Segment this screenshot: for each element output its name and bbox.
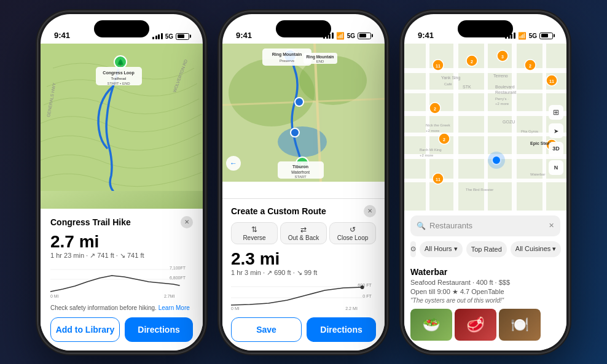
status-icons-3: 📶 5G <box>505 32 553 40</box>
svg-text:Banh Mi King: Banh Mi King <box>420 148 442 152</box>
learn-more-link[interactable]: Learn More <box>159 304 190 311</box>
signal-bars-1 <box>152 33 163 39</box>
hiking-bottom-sheet: Congress Trail Hike ✕ 2.7 mi 1 hr 23 min… <box>41 209 203 350</box>
close-loop-button[interactable]: ↺ Close Loop <box>329 222 376 244</box>
svg-text:11: 11 <box>549 79 554 83</box>
dynamic-island-3 <box>458 20 513 37</box>
safety-note-1: Check safety information before hiking. … <box>50 304 193 311</box>
svg-text:Ring Mountain: Ring Mountain <box>306 55 334 60</box>
elevation-chart-1: 7,100FT 6,800FT 0 MI 2.7MI <box>50 265 193 298</box>
svg-point-16 <box>229 59 315 126</box>
battery-icon-1 <box>176 33 189 40</box>
svg-text:START • END: START • END <box>107 82 130 85</box>
phone-hiking: 9:41 5G <box>38 12 205 353</box>
restaurant-photo-3: 🍽️ <box>499 309 541 341</box>
restaurant-type: Seafood Restaurant · 400 ft · $$$ Open t… <box>410 278 560 306</box>
svg-text:🌲: 🌲 <box>117 58 125 66</box>
svg-text:0 MI: 0 MI <box>50 294 59 298</box>
dynamic-island-2 <box>276 20 331 37</box>
svg-text:Restaurant: Restaurant <box>495 90 516 95</box>
directions-button-2[interactable]: Directions <box>307 317 376 342</box>
filter-chip-rating[interactable]: Top Rated <box>466 241 507 257</box>
signal-bar-3-4 <box>514 33 515 39</box>
custom-route-sheet: Create a Custom Route ✕ ⇅ Reverse ⇄ Out … <box>222 199 385 350</box>
svg-text:Yank Sing: Yank Sing <box>441 76 460 80</box>
svg-text:⊞: ⊞ <box>553 108 559 117</box>
add-to-library-button[interactable]: Add to Library <box>50 317 120 342</box>
route-options: ⇅ Reverse ⇄ Out & Back ↺ Close Loop <box>231 222 376 244</box>
svg-text:2: 2 <box>443 137 445 142</box>
svg-text:Tiburon: Tiburon <box>292 165 308 169</box>
battery-icon-2 <box>358 33 371 39</box>
search-placeholder: Restaurants <box>429 221 545 230</box>
restaurant-card[interactable]: Waterbar Seafood Restaurant · 400 ft · $… <box>410 262 560 346</box>
clear-search-icon[interactable]: ✕ <box>549 222 554 230</box>
close-button-1[interactable]: ✕ <box>181 216 193 228</box>
custom-route-map: ● Ring Mountain Preserve Ring Mountain E… <box>222 44 385 199</box>
signal-bar-3-3 <box>511 34 512 39</box>
save-button[interactable]: Save <box>231 317 302 342</box>
svg-rect-51 <box>453 44 458 211</box>
filter-chip-hours[interactable]: All Hours ▾ <box>420 241 463 257</box>
svg-text:11: 11 <box>436 64 441 68</box>
reverse-icon: ⇅ <box>251 225 257 234</box>
restaurant-name: Waterbar <box>410 267 560 277</box>
restaurant-map: 11 2 3 2 11 2 2 11 11 <box>404 44 566 211</box>
filter-row: ⊙ All Hours ▾ Top Rated All Cuisines ▾ <box>410 241 560 257</box>
svg-text:3D: 3D <box>552 145 560 152</box>
svg-text:2: 2 <box>434 107 436 111</box>
battery-fill-2 <box>359 34 367 37</box>
signal-bar-4 <box>161 33 163 39</box>
battery-fill-3 <box>541 34 549 37</box>
out-back-button[interactable]: ⇄ Out & Back <box>280 222 327 244</box>
svg-text:Trailhead: Trailhead <box>111 77 127 80</box>
out-back-icon: ⇄ <box>300 225 307 234</box>
svg-text:3: 3 <box>501 55 504 59</box>
svg-text:Congress Loop: Congress Loop <box>103 71 134 76</box>
svg-text:0 MI: 0 MI <box>231 306 240 311</box>
filter-chip-cuisine[interactable]: All Cuisines ▾ <box>511 241 562 257</box>
close-button-2[interactable]: ✕ <box>364 205 376 217</box>
signal-bar-2-4 <box>332 33 334 39</box>
hike-title: Congress Trail Hike <box>50 217 131 227</box>
svg-rect-53 <box>512 44 517 211</box>
search-section: 🔍 Restaurants ✕ ⊙ All Hours ▾ Top Rated … <box>404 211 566 350</box>
topo-map: 🌲 Congress Loop Trailhead START • END GE… <box>41 44 203 191</box>
restaurant-photos: 🥗 🥩 🍽️ <box>410 309 560 341</box>
status-icons-2: 📶 5G <box>323 32 371 40</box>
svg-text:Perry's ·: Perry's · <box>495 97 509 101</box>
svg-rect-52 <box>484 44 488 211</box>
signal-bar-1 <box>152 37 154 39</box>
signal-bar-3 <box>158 34 160 39</box>
wifi-icon-3: 📶 <box>518 32 527 40</box>
battery-fill-1 <box>178 34 185 38</box>
svg-text:Waterfront: Waterfront <box>291 170 310 174</box>
status-time-2: 9:41 <box>236 31 252 40</box>
route-distance: 2.3 mi <box>231 250 376 268</box>
svg-point-40 <box>361 285 364 289</box>
sheet-header-1: Congress Trail Hike ✕ <box>50 216 193 228</box>
status-icons-1: 5G <box>152 33 189 40</box>
svg-point-19 <box>295 98 304 106</box>
signal-bar-2-3 <box>329 34 331 39</box>
svg-text:11: 11 <box>436 177 441 182</box>
directions-button-1[interactable]: Directions <box>125 317 193 342</box>
svg-text:Ring Mountain: Ring Mountain <box>272 52 302 57</box>
svg-text:2: 2 <box>529 64 531 68</box>
battery-icon-3 <box>539 33 553 39</box>
svg-text:START: START <box>294 175 306 179</box>
search-bar[interactable]: 🔍 Restaurants ✕ <box>410 215 560 236</box>
svg-rect-54 <box>542 44 546 211</box>
filter-chip-location[interactable]: ⊙ <box>410 241 416 257</box>
action-buttons-2: Save Directions <box>231 317 376 342</box>
svg-text:2: 2 <box>471 60 473 64</box>
route-map-svg: ● Ring Mountain Preserve Ring Mountain E… <box>222 44 385 199</box>
restaurant-photo-2: 🥩 <box>455 309 496 341</box>
svg-text:+2 more: +2 more <box>495 102 509 106</box>
reverse-button[interactable]: ⇅ Reverse <box>231 222 278 244</box>
svg-text:END: END <box>316 60 324 63</box>
svg-text:Pita Gyros: Pita Gyros <box>521 130 538 133</box>
svg-text:➤: ➤ <box>554 128 558 134</box>
svg-text:2.2 MI: 2.2 MI <box>345 306 358 311</box>
status-time-3: 9:41 <box>418 31 434 40</box>
